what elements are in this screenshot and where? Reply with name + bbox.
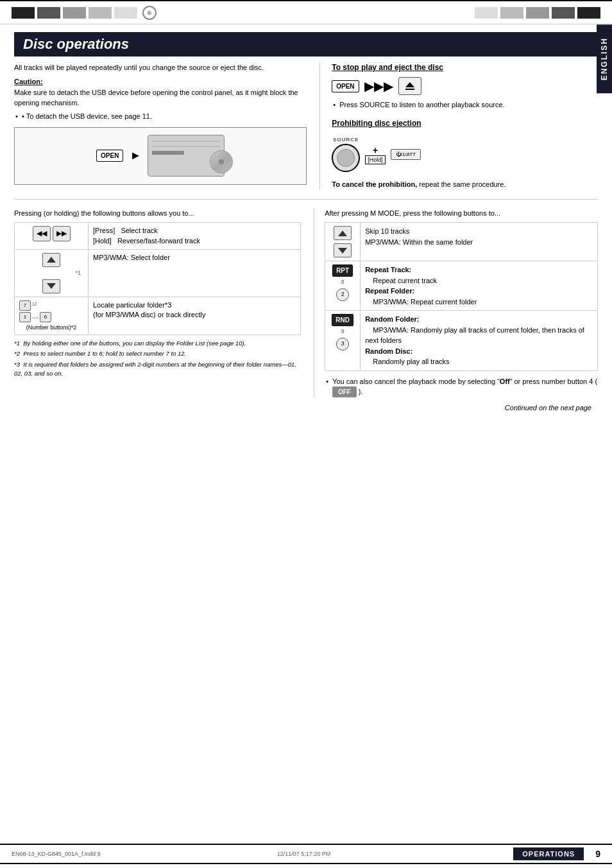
number-buttons-label: (Number buttons)*2 [19, 324, 83, 332]
eject-button-icon [398, 77, 421, 95]
random-folder-text: MP3/WMA: Randomly play all tracks of cur… [365, 326, 584, 345]
continued-text: Continued on the next page [14, 404, 598, 412]
disc-hole [219, 159, 224, 164]
track-buttons-cell: ◀◀ ▶▶ [15, 223, 89, 250]
table-row: RND 9 3 Random Folder: MP3/WMA: Randomly… [325, 311, 598, 371]
arrow-icon: ► [130, 149, 141, 162]
prohibiting-section: Prohibiting disc ejection SOURCE + [Hold… [332, 119, 598, 189]
thick-arrow-icon: ▶▶▶ [364, 78, 393, 94]
top-two-col: All tracks will be played repeatedly unt… [14, 63, 598, 190]
filename-text: EN08-13_KD-G845_001A_f.indd 9 [12, 851, 101, 857]
rnd-circle-3: 3 [336, 338, 349, 351]
folder-action-cell: MP3/WMA: Select folder [89, 249, 301, 297]
table-row: *1 MP3/WMA: Select folder [15, 249, 301, 297]
compass-icon: ⊕ [142, 6, 157, 20]
rpt-num-8: 8 [330, 278, 355, 287]
rpt-cell: RPT 8 2 [325, 261, 361, 311]
cancel-rest: repeat the same procedure. [417, 180, 506, 188]
prev-icon: ◀◀ [37, 229, 47, 238]
bar-block-1 [12, 7, 35, 19]
bar-block-2 [37, 7, 60, 19]
press-label: [Press] Select track [93, 227, 158, 234]
top-bar-left-pattern [12, 7, 137, 19]
repeat-folder-text: MP3/WMA: Repeat current folder [365, 298, 477, 306]
next-icon: ▶▶ [56, 229, 67, 238]
prohibit-diagram: SOURCE + [Hold] ⏻/1/ATT [332, 133, 598, 176]
intro-text: All tracks will be played repeatedly unt… [14, 63, 307, 73]
open-btn-stop: OPEN [332, 80, 359, 92]
english-label: ENGLISH [600, 37, 609, 80]
num-btns-row2: 1 .... 6 [19, 312, 83, 322]
section-divider [14, 199, 598, 200]
skip-up-r-icon [338, 230, 347, 236]
cancel-prohibition-text: To cancel the prohibition, repeat the sa… [332, 180, 598, 189]
disc-illustration [210, 150, 233, 173]
random-disc-label: Random Disc: [365, 347, 412, 355]
folder-action-text: MP3/WMA: Select folder [93, 254, 170, 261]
stop-play-bullet: Press SOURCE to listen to another playba… [332, 100, 598, 110]
caution-label: Caution: [14, 78, 307, 85]
device-illustration: OPEN ► [96, 135, 225, 177]
track-action-cell: [Press] Select track [Hold] Reverse/fast… [89, 223, 301, 250]
folder-buttons-cell: *1 [15, 249, 89, 297]
skip-up-btn [42, 253, 60, 267]
right-col: To stop play and eject the disc OPEN ▶▶▶… [319, 63, 598, 190]
open-button-illustration: OPEN [96, 150, 123, 162]
skip-down-r-icon [338, 248, 347, 254]
prohibiting-title: Prohibiting disc ejection [332, 119, 598, 128]
ellipsis: .... [32, 313, 38, 321]
repeat-folder-label: Repeat Folder: [365, 287, 414, 295]
stop-play-buttons: OPEN ▶▶▶ [332, 77, 598, 95]
footnote-ref-1: *1 [19, 269, 83, 277]
skip-action-cell: Skip 10 tracksMP3/WMA: Within the same f… [361, 223, 598, 261]
page-number: 9 [590, 849, 600, 859]
track-action-text: [Press] Select track [Hold] Reverse/fast… [93, 226, 296, 246]
top-bar-right-pattern [475, 7, 600, 19]
repeat-track-text: Repeat current track [365, 277, 437, 284]
superscript-12: 12 [32, 301, 37, 310]
ops-right-table: Skip 10 tracksMP3/WMA: Within the same f… [325, 222, 598, 371]
bottom-bar: EN08-13_KD-G845_001A_f.indd 9 12/11/07 5… [0, 844, 612, 863]
footnote-2: *2 Press to select number 1 to 6; hold t… [14, 349, 301, 358]
num-btns-row: 7 12 [19, 300, 83, 311]
rnd-group: RND 9 3 [330, 314, 355, 351]
num-btn-7: 7 [19, 300, 31, 311]
footnote-1: *1 By holding either one of the buttons,… [14, 339, 301, 348]
source-knob: SOURCE [332, 137, 360, 172]
number-buttons-cell: 7 12 1 .... 6 (Number buttons)*2 [15, 297, 89, 335]
datestamp-text: 12/11/07 5:17:20 PM [277, 851, 331, 857]
track-button-illustrations: ◀◀ ▶▶ [19, 226, 83, 241]
bar-block-3 [63, 7, 86, 19]
bar-block-4 [89, 7, 112, 19]
next-track-btn: ▶▶ [53, 226, 71, 241]
page-title: Disc operations [14, 32, 598, 56]
eject-triangle-icon [405, 82, 414, 87]
cd-slot-illustration [152, 151, 184, 155]
ops-right: After pressing M MODE, press the followi… [314, 209, 598, 397]
rpt-circle-2: 2 [336, 288, 349, 301]
folder-button-illustrations: *1 [19, 253, 83, 293]
rpt-button: RPT [332, 265, 353, 277]
panel-line-1 [152, 141, 220, 142]
ops-two-col: Pressing (or holding) the following butt… [14, 209, 598, 397]
table-row: Skip 10 tracksMP3/WMA: Within the same f… [325, 223, 598, 261]
bar-block-r2 [500, 7, 523, 19]
source-label: SOURCE [333, 137, 359, 143]
ops-left: Pressing (or holding) the following butt… [14, 209, 301, 397]
ops-right-intro: After pressing M MODE, press the followi… [325, 209, 598, 218]
skip-buttons-cell [325, 223, 361, 261]
bar-block-r1 [475, 7, 498, 19]
skip-action-text: Skip 10 tracksMP3/WMA: Within the same f… [365, 227, 473, 246]
top-bar: ⊕ [0, 0, 612, 24]
stop-play-section: To stop play and eject the disc OPEN ▶▶▶… [332, 63, 598, 110]
plus-hold-group: + [Hold] [365, 145, 386, 164]
rpt-action-cell: Repeat Track: Repeat current track Repea… [361, 261, 598, 311]
rpt-group: RPT 8 2 [330, 265, 355, 301]
device-illustration-box: OPEN ► [14, 127, 307, 185]
cancel-text-part1: You can also cancel the playback mode by… [332, 378, 597, 385]
num-btn-6: 6 [40, 312, 51, 322]
hold-label-track: [Hold] Reverse/fast-forward track [93, 237, 200, 245]
stop-play-title: To stop play and eject the disc [332, 63, 598, 72]
rnd-num-9: 9 [330, 327, 355, 336]
ops-label: OPERATIONS [513, 847, 584, 860]
